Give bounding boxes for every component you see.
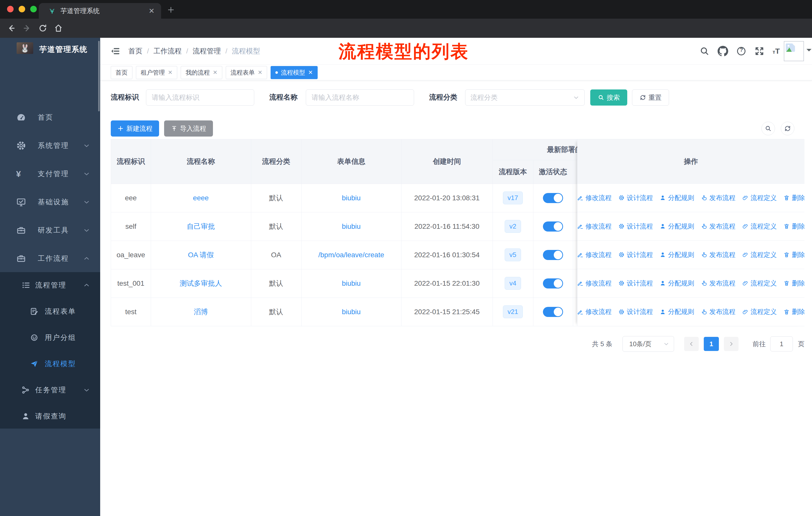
filter-id-input[interactable] — [146, 89, 254, 106]
sidebar-item-devtools[interactable]: 研发工具 — [0, 216, 100, 244]
prev-page-button[interactable] — [684, 337, 699, 351]
assign-rule-link[interactable]: 分配规则 — [660, 307, 694, 316]
version-badge[interactable]: v17 — [503, 191, 523, 204]
sidebar-logo-row[interactable]: 🐰 芋道管理系统 — [0, 40, 100, 66]
tag-process-model[interactable]: 流程模型 ✕ — [270, 66, 317, 79]
tag-process-form[interactable]: 流程表单 ✕ — [226, 66, 267, 79]
active-status-toggle[interactable] — [543, 193, 563, 203]
process-name-link[interactable]: 测试多审批人 — [180, 279, 222, 287]
sidebar-item-process-management[interactable]: 流程管理 — [0, 272, 100, 298]
refresh-table-icon-button[interactable] — [781, 122, 794, 135]
publish-process-link[interactable]: 发布流程 — [701, 222, 735, 231]
show-search-icon-button[interactable] — [761, 122, 775, 135]
modify-process-link[interactable]: 修改流程 — [577, 279, 612, 288]
design-process-link[interactable]: 设计流程 — [618, 307, 653, 316]
search-icon[interactable] — [699, 46, 709, 56]
import-process-button[interactable]: 导入流程 — [164, 120, 213, 137]
filter-name-input[interactable] — [306, 89, 414, 106]
page-size-select[interactable]: 10条/页 — [622, 336, 674, 352]
sidebar-item-payment[interactable]: ¥ 支付管理 — [0, 160, 100, 188]
process-name-link[interactable]: OA 请假 — [188, 251, 214, 259]
browser-tab[interactable]: 芋道管理系统 ✕ — [39, 3, 161, 19]
window-close-button[interactable] — [7, 6, 13, 12]
active-status-toggle[interactable] — [543, 307, 563, 317]
active-status-toggle[interactable] — [543, 278, 563, 289]
breadcrumb-item[interactable]: 流程管理 — [182, 46, 221, 56]
window-minimize-button[interactable] — [19, 6, 25, 12]
form-info-link[interactable]: biubiu — [342, 222, 361, 230]
publish-process-link[interactable]: 发布流程 — [701, 307, 735, 316]
version-badge[interactable]: v2 — [505, 220, 521, 233]
forward-icon[interactable] — [23, 24, 32, 33]
sidebar-item-workflow[interactable]: 工作流程 — [0, 244, 100, 273]
delete-link[interactable]: 删除 — [783, 279, 805, 288]
modify-process-link[interactable]: 修改流程 — [577, 307, 612, 316]
process-definition-link[interactable]: 流程定义 — [742, 279, 777, 288]
sidebar-item-process-form[interactable]: 流程表单 — [0, 298, 100, 325]
active-status-toggle[interactable] — [543, 250, 563, 260]
sidebar-scrollbar[interactable] — [98, 41, 100, 111]
publish-process-link[interactable]: 发布流程 — [701, 250, 735, 259]
help-icon[interactable]: ? — [736, 46, 746, 56]
new-tab-icon[interactable] — [167, 6, 175, 13]
publish-process-link[interactable]: 发布流程 — [701, 279, 735, 288]
window-zoom-button[interactable] — [30, 6, 37, 12]
modify-process-link[interactable]: 修改流程 — [577, 193, 612, 202]
sidebar-item-infrastructure[interactable]: 基础设施 — [0, 188, 100, 216]
delete-link[interactable]: 删除 — [783, 250, 805, 259]
sidebar-item-leave-query[interactable]: 请假查询 — [0, 403, 100, 429]
version-badge[interactable]: v5 — [505, 248, 521, 261]
publish-process-link[interactable]: 发布流程 — [701, 193, 735, 202]
collapse-sidebar-icon[interactable] — [110, 46, 120, 56]
design-process-link[interactable]: 设计流程 — [618, 250, 653, 259]
assign-rule-link[interactable]: 分配规则 — [660, 250, 694, 259]
assign-rule-link[interactable]: 分配规则 — [660, 222, 694, 231]
breadcrumb-item[interactable]: 首页 — [128, 46, 142, 56]
process-definition-link[interactable]: 流程定义 — [742, 307, 777, 316]
avatar[interactable] — [784, 41, 804, 61]
design-process-link[interactable]: 设计流程 — [618, 222, 653, 231]
tag-close-icon[interactable]: ✕ — [168, 69, 172, 76]
search-button[interactable]: 搜索 — [590, 89, 627, 106]
goto-page-input[interactable] — [770, 336, 793, 351]
reset-button[interactable]: 重置 — [632, 89, 669, 106]
process-name-link[interactable]: eeee — [193, 194, 209, 202]
tag-my-process[interactable]: 我的流程 ✕ — [181, 66, 222, 79]
process-name-link[interactable]: 滔博 — [194, 308, 208, 316]
tag-close-icon[interactable]: ✕ — [258, 69, 262, 76]
active-status-toggle[interactable] — [543, 221, 563, 232]
modify-process-link[interactable]: 修改流程 — [577, 250, 612, 259]
reload-icon[interactable] — [38, 24, 47, 33]
version-badge[interactable]: v21 — [503, 305, 523, 318]
next-page-button[interactable] — [724, 337, 738, 351]
fullscreen-icon[interactable] — [754, 46, 764, 56]
form-info-link[interactable]: /bpm/oa/leave/create — [318, 251, 384, 259]
home-icon[interactable] — [54, 24, 63, 33]
process-definition-link[interactable]: 流程定义 — [742, 222, 777, 231]
font-size-icon[interactable]: тT — [773, 47, 780, 55]
process-definition-link[interactable]: 流程定义 — [742, 250, 777, 259]
tag-close-icon[interactable]: ✕ — [308, 69, 313, 76]
delete-link[interactable]: 删除 — [783, 307, 805, 316]
create-process-button[interactable]: 新建流程 — [111, 120, 159, 137]
design-process-link[interactable]: 设计流程 — [618, 193, 653, 202]
delete-link[interactable]: 删除 — [783, 193, 805, 202]
form-info-link[interactable]: biubiu — [342, 279, 361, 287]
modify-process-link[interactable]: 修改流程 — [577, 222, 612, 231]
assign-rule-link[interactable]: 分配规则 — [660, 279, 694, 288]
sidebar-item-home[interactable]: 首页 — [0, 103, 100, 132]
filter-category-select[interactable]: 流程分类 — [465, 89, 585, 106]
form-info-link[interactable]: biubiu — [342, 194, 361, 202]
breadcrumb-item[interactable]: 工作流程 — [142, 46, 182, 56]
back-icon[interactable] — [6, 24, 16, 33]
tag-home[interactable]: 首页 — [111, 66, 133, 79]
tag-close-icon[interactable]: ✕ — [213, 69, 217, 76]
sidebar-item-process-model[interactable]: 流程模型 — [0, 351, 100, 377]
tag-tenant[interactable]: 租户管理 ✕ — [136, 66, 177, 79]
process-definition-link[interactable]: 流程定义 — [742, 193, 777, 202]
process-name-link[interactable]: 自己审批 — [187, 222, 215, 230]
sidebar-item-user-group[interactable]: 用户分组 — [0, 325, 100, 351]
form-info-link[interactable]: biubiu — [342, 308, 361, 316]
caret-down-icon[interactable] — [807, 49, 812, 54]
version-badge[interactable]: v4 — [505, 277, 521, 290]
